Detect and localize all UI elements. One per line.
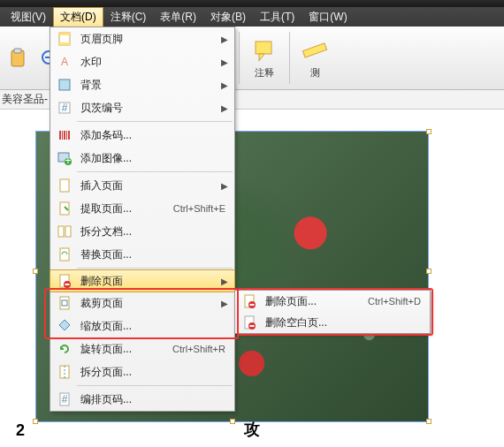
document-dropdown: 页眉页脚▶ A 水印▶ 背景▶ # 贝茨编号▶ 添加条码... + 添加图像..…	[50, 27, 235, 412]
ribbon-label: 测	[310, 66, 320, 80]
menu-delete-page[interactable]: 删除页面▶	[50, 269, 235, 292]
svg-rect-43	[65, 284, 70, 285]
ribbon-annotate[interactable]: 注释	[241, 27, 287, 89]
split-doc-icon	[54, 224, 75, 239]
clipboard-icon	[7, 48, 28, 69]
menu-extract-page[interactable]: 提取页面... Ctrl+Shift+E	[50, 197, 234, 220]
accelerator: Ctrl+Shift+D	[368, 296, 424, 307]
scale-page-icon	[54, 319, 75, 333]
menu-insert-page[interactable]: 插入页面▶	[50, 174, 234, 197]
menu-rotate-page[interactable]: 旋转页面... Ctrl+Shift+R	[50, 337, 234, 360]
selection-handle[interactable]	[33, 269, 38, 274]
svg-rect-31	[66, 131, 67, 140]
svg-rect-38	[58, 226, 64, 237]
menu-split-document[interactable]: 拆分文档...	[50, 220, 234, 243]
svg-rect-32	[68, 131, 70, 140]
menu-add-image[interactable]: + 添加图像...	[50, 147, 234, 170]
submenu-delete-page[interactable]: 删除页面... Ctrl+Shift+D	[235, 291, 430, 312]
delete-page-icon	[239, 294, 260, 308]
tab-title[interactable]: 美容圣品-	[2, 92, 48, 107]
svg-rect-29	[62, 131, 63, 140]
chevron-right-icon: ▶	[220, 181, 229, 191]
replace-page-icon	[54, 247, 75, 261]
svg-text:A: A	[61, 56, 68, 68]
menu-form[interactable]: 表单(R)	[153, 7, 203, 27]
svg-rect-19	[256, 42, 271, 54]
header-footer-icon	[54, 32, 75, 46]
menu-comment[interactable]: 注释(C)	[103, 7, 154, 27]
selection-handle[interactable]	[33, 419, 38, 424]
number-page-icon: #	[54, 392, 75, 406]
annotate-icon	[250, 36, 279, 64]
svg-rect-22	[59, 33, 70, 35]
svg-rect-25	[59, 80, 70, 90]
delete-blank-icon	[239, 315, 260, 330]
barcode-icon	[54, 128, 75, 142]
menu-scale-page[interactable]: 缩放页面...	[50, 314, 234, 337]
menu-header-footer[interactable]: 页眉页脚▶	[50, 27, 234, 50]
menu-number-page[interactable]: # 编排页码...	[50, 388, 234, 411]
svg-text:#: #	[62, 102, 68, 114]
chevron-right-icon: ▶	[220, 34, 229, 44]
delete-page-submenu: 删除页面... Ctrl+Shift+D 删除空白页...	[234, 290, 431, 334]
ribbon-paste[interactable]	[2, 27, 34, 89]
svg-rect-36	[60, 179, 69, 192]
add-image-icon: +	[54, 151, 75, 165]
svg-rect-30	[64, 131, 65, 140]
extract-page-icon	[54, 201, 75, 216]
crop-page-icon	[54, 296, 75, 310]
menu-background[interactable]: 背景▶	[50, 73, 234, 96]
menu-add-barcode[interactable]: 添加条码...	[50, 124, 234, 147]
chevron-right-icon: ▶	[220, 277, 229, 286]
menu-document[interactable]: 文档(D)	[53, 7, 103, 27]
chevron-right-icon: ▶	[220, 57, 229, 67]
svg-rect-46	[60, 366, 69, 378]
svg-rect-23	[59, 42, 70, 45]
menubar: 视图(V) 文档(D) 注释(C) 表单(R) 对象(B) 工具(T) 窗口(W…	[0, 7, 504, 27]
rotate-page-icon	[54, 342, 75, 356]
menu-window[interactable]: 窗口(W)	[302, 7, 354, 27]
menu-tools[interactable]: 工具(T)	[253, 7, 302, 27]
menu-split-page[interactable]: 拆分页面...	[50, 360, 234, 383]
svg-rect-37	[60, 202, 69, 215]
menu-watermark[interactable]: A 水印▶	[50, 50, 234, 73]
menu-crop-page[interactable]: 裁剪页面▶	[50, 292, 234, 314]
menu-replace-page[interactable]: 替换页面...	[50, 243, 234, 266]
svg-rect-55	[250, 325, 255, 327]
selection-handle[interactable]	[426, 269, 431, 274]
chevron-right-icon: ▶	[220, 299, 229, 308]
svg-rect-28	[59, 131, 61, 140]
watermark-icon: A	[54, 55, 75, 69]
chevron-right-icon: ▶	[220, 80, 229, 90]
bates-icon: #	[54, 101, 75, 115]
background-icon	[54, 78, 75, 92]
ribbon-measure[interactable]: 测	[292, 27, 338, 89]
svg-rect-52	[250, 304, 255, 306]
svg-rect-39	[65, 226, 71, 237]
measure-icon	[301, 36, 329, 64]
accelerator: Ctrl+Shift+E	[173, 203, 229, 214]
svg-text:#: #	[62, 393, 68, 405]
selection-handle[interactable]	[230, 419, 235, 424]
selection-handle[interactable]	[426, 129, 431, 134]
menu-view[interactable]: 视图(V)	[4, 7, 53, 27]
menu-bates[interactable]: # 贝茨编号▶	[50, 96, 234, 119]
menu-object[interactable]: 对象(B)	[203, 7, 253, 27]
chevron-right-icon: ▶	[220, 103, 229, 113]
accelerator: Ctrl+Shift+R	[172, 344, 229, 354]
selection-handle[interactable]	[426, 419, 431, 424]
svg-text:+: +	[65, 155, 71, 165]
svg-rect-20	[302, 43, 326, 57]
delete-page-icon	[54, 274, 75, 288]
svg-rect-1	[14, 49, 21, 53]
page-text-fragment: 攻	[244, 419, 260, 440]
page-text-fragment: 2	[16, 421, 25, 440]
ribbon-label: 注释	[255, 66, 274, 80]
submenu-delete-blank[interactable]: 删除空白页...	[235, 312, 430, 333]
insert-page-icon	[54, 178, 75, 193]
split-page-icon	[54, 365, 75, 379]
